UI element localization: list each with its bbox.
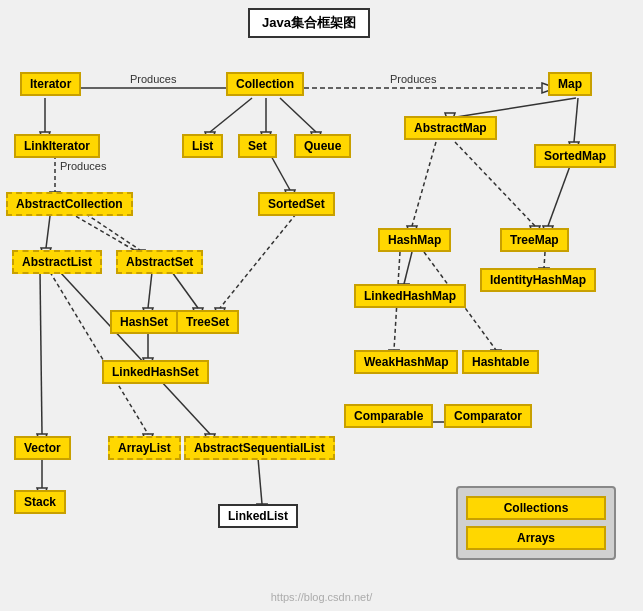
svg-line-42 [60,272,210,434]
node-treeset: TreeSet [176,310,239,334]
svg-line-36 [172,272,198,308]
svg-line-31 [80,210,140,250]
svg-line-34 [148,272,152,308]
svg-line-44 [40,272,42,434]
svg-line-50 [258,458,262,504]
watermark: https://blog.csdn.net/ [271,591,373,603]
node-hashset: HashSet [110,310,178,334]
svg-line-23 [548,166,570,226]
svg-line-19 [450,98,576,118]
node-abstractmap: AbstractMap [404,116,497,140]
node-linkiterator: LinkIterator [14,134,100,158]
node-weakhashmap: WeakHashMap [354,350,458,374]
svg-line-29 [46,216,50,248]
node-comparable: Comparable [344,404,433,428]
node-map: Map [548,72,592,96]
node-set: Set [238,134,277,158]
node-hashmap: HashMap [378,228,451,252]
node-arrays: Arrays [466,526,606,550]
svg-line-33 [65,210,134,250]
legend-box: Collections Arrays [456,486,616,560]
node-linkedlist: LinkedList [218,504,298,528]
node-iterator: Iterator [20,72,81,96]
node-hashtable: Hashtable [462,350,539,374]
svg-text:Produces: Produces [60,160,107,172]
node-stack: Stack [14,490,66,514]
svg-line-17 [270,154,290,190]
node-sortedmap: SortedMap [534,144,616,168]
node-identityhashmap: IdentityHashMap [480,268,596,292]
node-arraylist: ArrayList [108,436,181,460]
node-treemap: TreeMap [500,228,569,252]
svg-line-52 [404,252,412,284]
node-linkedhashset: LinkedHashSet [102,360,209,384]
node-abstractsequentiallist: AbstractSequentialList [184,436,335,460]
svg-line-40 [220,214,296,308]
svg-line-25 [412,142,436,226]
node-linkedhashmap: LinkedHashMap [354,284,466,308]
svg-line-11 [210,98,252,132]
svg-line-15 [280,98,316,132]
title: Java集合框架图 [248,8,370,38]
svg-text:Produces: Produces [130,73,177,85]
node-list: List [182,134,223,158]
svg-line-27 [455,142,535,226]
node-vector: Vector [14,436,71,460]
node-collections: Collections [466,496,606,520]
node-comparator: Comparator [444,404,532,428]
svg-line-46 [50,272,148,434]
svg-text:Produces: Produces [390,73,437,85]
node-queue: Queue [294,134,351,158]
svg-line-58 [544,252,545,268]
node-sortedset: SortedSet [258,192,335,216]
node-collection: Collection [226,72,304,96]
diagram: Produces Produces Produces [0,0,643,611]
node-abstractset: AbstractSet [116,250,203,274]
node-abstractcollection: AbstractCollection [6,192,133,216]
svg-line-21 [574,98,578,142]
node-abstractlist: AbstractList [12,250,102,274]
